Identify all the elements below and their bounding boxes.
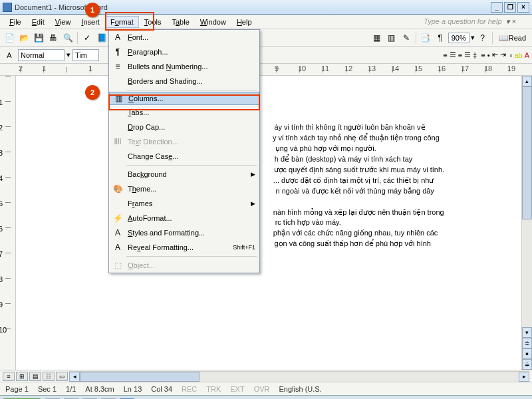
scroll-left-button[interactable]: ◂	[69, 372, 80, 382]
status-ext[interactable]: EXT	[230, 385, 244, 393]
menu-item-theme[interactable]: 🎨Theme...	[109, 182, 259, 196]
font-color-icon[interactable]: A	[525, 51, 529, 59]
scroll-right-button[interactable]: ▸	[519, 372, 529, 382]
restore-button[interactable]: ❐	[504, 2, 516, 13]
scroll-thumb[interactable]	[522, 86, 532, 219]
new-doc-icon[interactable]: 📄	[3, 31, 16, 45]
research-icon[interactable]: 📘	[95, 31, 108, 45]
print-view-button[interactable]: ▤	[29, 372, 41, 381]
app-icon	[3, 3, 12, 12]
menu-separator	[126, 165, 257, 166]
menu-item-frames[interactable]: Frames▶	[109, 196, 259, 211]
menu-help[interactable]: Help	[231, 16, 257, 28]
submenu-arrow-icon: ▶	[251, 200, 255, 207]
font-icon: A	[112, 33, 124, 42]
columns-icon[interactable]: ▥	[385, 31, 398, 45]
horizontal-scrollbar[interactable]: ◂ ▸	[69, 371, 529, 382]
status-rec[interactable]: REC	[182, 385, 197, 393]
horizontal-ruler[interactable]: 2112345678910111213141516171819	[0, 64, 532, 76]
style-selector[interactable]: Normal	[18, 49, 65, 61]
status-trk[interactable]: TRK	[206, 385, 221, 393]
highlight-icon[interactable]: ab	[514, 51, 522, 59]
bullets-icon: ≡	[112, 62, 124, 71]
vertical-ruler[interactable]: 12345678910	[0, 76, 16, 370]
formatting-toolbar: A Normal ▾ Tim ≡ ☰ ≡ ☰ ‡ ≡ • ⇤ ⇥ ▫ ab A	[0, 47, 532, 64]
menu-item-background[interactable]: Background▶	[109, 167, 259, 182]
menu-item-font[interactable]: AFont...	[109, 30, 259, 45]
borders-icon[interactable]: ▫	[510, 51, 513, 59]
font-selector[interactable]: Tim	[72, 49, 99, 61]
read-button[interactable]: 📖 Read	[495, 31, 529, 45]
scroll-down-button[interactable]: ▾	[522, 327, 532, 338]
bullets-icon[interactable]: •	[487, 51, 490, 59]
scroll-up-button[interactable]: ▴	[522, 76, 532, 86]
hscroll-thumb[interactable]	[80, 372, 200, 382]
menu-view[interactable]: View	[50, 16, 76, 28]
print-preview-icon[interactable]: 🔍	[61, 31, 74, 45]
prev-page-button[interactable]: ≑	[522, 338, 532, 348]
close-button[interactable]: ×	[517, 2, 529, 13]
help-icon[interactable]: ?	[476, 31, 489, 45]
table-icon[interactable]: ▦	[370, 31, 384, 45]
reveal-icon: A	[112, 243, 124, 252]
decrease-indent-icon[interactable]: ⇤	[492, 51, 498, 59]
spell-check-icon[interactable]: ✓	[80, 31, 94, 45]
menu-edit[interactable]: Edit	[27, 16, 50, 28]
align-left-icon[interactable]: ≡	[443, 51, 447, 59]
menu-item-columns[interactable]: ▥Columns...	[109, 92, 259, 105]
status-ovr[interactable]: OVR	[254, 385, 270, 393]
menu-separator	[126, 256, 257, 257]
align-justify-icon[interactable]: ☰	[464, 51, 471, 59]
document-page[interactable]: Lần đáy vi tính thì không ít người luôn …	[16, 76, 532, 370]
line-spacing-icon[interactable]: ‡	[473, 51, 477, 59]
vertical-scrollbar[interactable]: ▴ ▾ ≑ ● ≑	[521, 76, 532, 370]
menu-item-styles[interactable]: AStyles and Formatting...	[109, 225, 259, 240]
drawing-icon[interactable]: ✎	[400, 31, 413, 45]
status-language[interactable]: English (U.S.	[279, 385, 322, 393]
next-page-button[interactable]: ≑	[522, 359, 532, 370]
status-at: At 8.3cm	[85, 385, 114, 393]
menu-item-dropcap[interactable]: Drop Cap...	[109, 120, 259, 134]
web-view-button[interactable]: ⊞	[16, 372, 28, 381]
menu-item-textdirection: llllText Direction...	[109, 134, 259, 149]
menu-tools[interactable]: Tools	[139, 16, 167, 28]
status-pages: 1/1	[66, 385, 76, 393]
theme-icon: 🎨	[112, 184, 124, 194]
menu-item-reveal[interactable]: AReveal Formatting...Shift+F1	[109, 240, 259, 255]
numbering-icon[interactable]: ≡	[481, 51, 485, 59]
reading-view-button[interactable]: ▭	[56, 372, 68, 381]
normal-view-button[interactable]: ≡	[3, 372, 15, 381]
align-right-icon[interactable]: ≡	[458, 51, 462, 59]
menu-table[interactable]: Table	[166, 16, 194, 28]
print-icon[interactable]: 🖶	[47, 31, 60, 45]
doc-map-icon[interactable]: 📑	[419, 31, 432, 45]
menu-item-tabs[interactable]: Tabs...	[109, 105, 259, 120]
menu-item-changecase[interactable]: Change Case...	[109, 149, 259, 164]
status-line: Ln 13	[124, 385, 142, 393]
autoformat-icon: ⚡	[112, 213, 124, 223]
menu-insert[interactable]: Insert	[76, 16, 105, 28]
minimize-button[interactable]: _	[491, 2, 503, 13]
styles-pane-icon[interactable]: A	[3, 49, 16, 62]
browse-object-button[interactable]: ●	[522, 348, 532, 359]
menu-item-autoformat[interactable]: ⚡AutoFormat...	[109, 211, 259, 225]
menu-file[interactable]: File	[4, 16, 27, 28]
help-search[interactable]: Type a question for help▾ ×	[424, 17, 528, 26]
show-marks-icon[interactable]: ¶	[434, 31, 447, 45]
increase-indent-icon[interactable]: ⇥	[500, 51, 506, 59]
save-icon[interactable]: 💾	[32, 31, 45, 45]
title-bar: Document1 - Microsoft Word _ ❐ ×	[0, 0, 532, 15]
status-page: Page 1	[5, 385, 29, 393]
open-icon[interactable]: 📂	[17, 31, 31, 45]
menu-item-borders[interactable]: Borders and Shading...	[109, 74, 259, 88]
menu-item-paragraph[interactable]: ¶Paragraph...	[109, 45, 259, 59]
menu-window[interactable]: Window	[195, 16, 231, 28]
callout-1: 1	[85, 3, 100, 17]
menu-format[interactable]: Format	[105, 16, 139, 28]
columns-icon: ▥	[112, 94, 124, 103]
outline-view-button[interactable]: ☷	[43, 372, 55, 381]
menu-item-bullets[interactable]: ≡Bullets and Numbering...	[109, 59, 259, 74]
zoom-control[interactable]: 90%▾	[448, 33, 475, 43]
align-center-icon[interactable]: ☰	[450, 51, 456, 59]
menu-bar: File Edit View Insert Format Tools Table…	[0, 15, 532, 29]
